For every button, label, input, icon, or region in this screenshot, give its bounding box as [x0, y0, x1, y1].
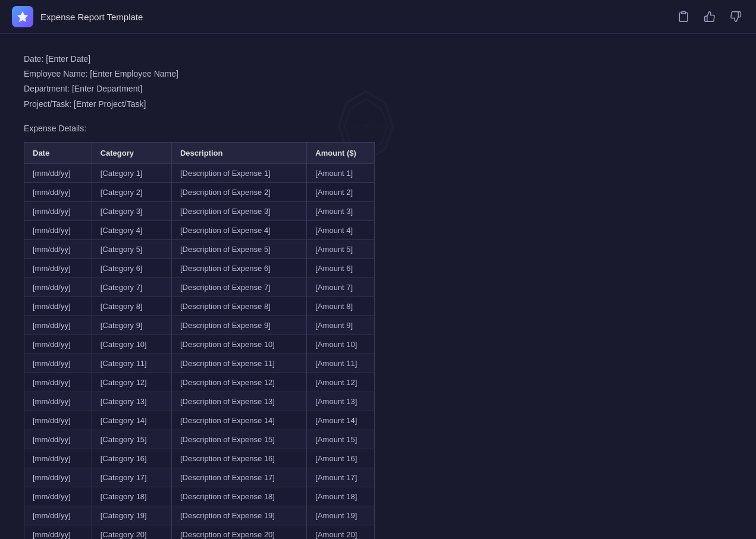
cell-description: [Description of Expense 13] — [171, 392, 306, 411]
cell-category: [Category 5] — [92, 239, 171, 259]
cell-date: [mm/dd/yy] — [24, 468, 92, 487]
table-header-row: Date Category Description Amount ($) — [24, 142, 375, 163]
cell-date: [mm/dd/yy] — [24, 259, 92, 278]
cell-category: [Category 8] — [92, 297, 171, 316]
cell-description: [Description of Expense 19] — [171, 506, 306, 525]
cell-amount: [Amount 19] — [307, 506, 375, 525]
cell-description: [Description of Expense 14] — [171, 411, 306, 430]
col-header-description: Description — [171, 142, 306, 163]
project-line: Project/Task: [Enter Project/Task] — [24, 97, 571, 112]
cell-amount: [Amount 6] — [307, 259, 375, 278]
cell-description: [Description of Expense 6] — [171, 259, 306, 278]
meta-info: Date: [Enter Date] Employee Name: [Enter… — [24, 52, 571, 112]
employee-line: Employee Name: [Enter Employee Name] — [24, 67, 571, 81]
cell-category: [Category 17] — [92, 468, 171, 487]
cell-description: [Description of Expense 15] — [171, 430, 306, 449]
cell-category: [Category 10] — [92, 335, 171, 354]
cell-date: [mm/dd/yy] — [24, 506, 92, 525]
cell-amount: [Amount 9] — [307, 316, 375, 335]
cell-date: [mm/dd/yy] — [24, 354, 92, 373]
cell-description: [Description of Expense 12] — [171, 373, 306, 392]
table-row: [mm/dd/yy][Category 8][Description of Ex… — [24, 297, 375, 316]
table-row: [mm/dd/yy][Category 3][Description of Ex… — [24, 201, 375, 220]
cell-description: [Description of Expense 18] — [171, 487, 306, 506]
cell-date: [mm/dd/yy] — [24, 316, 92, 335]
cell-date: [mm/dd/yy] — [24, 392, 92, 411]
col-header-category: Category — [92, 142, 171, 163]
cell-category: [Category 16] — [92, 449, 171, 468]
cell-amount: [Amount 15] — [307, 430, 375, 449]
cell-amount: [Amount 14] — [307, 411, 375, 430]
cell-date: [mm/dd/yy] — [24, 278, 92, 297]
cell-category: [Category 11] — [92, 354, 171, 373]
table-row: [mm/dd/yy][Category 20][Description of E… — [24, 525, 375, 539]
cell-date: [mm/dd/yy] — [24, 239, 92, 259]
cell-category: [Category 12] — [92, 373, 171, 392]
cell-amount: [Amount 18] — [307, 487, 375, 506]
table-row: [mm/dd/yy][Category 12][Description of E… — [24, 373, 375, 392]
cell-amount: [Amount 4] — [307, 220, 375, 239]
table-row: [mm/dd/yy][Category 13][Description of E… — [24, 392, 375, 411]
cell-category: [Category 13] — [92, 392, 171, 411]
cell-description: [Description of Expense 17] — [171, 468, 306, 487]
cell-amount: [Amount 1] — [307, 163, 375, 182]
cell-description: [Description of Expense 9] — [171, 316, 306, 335]
col-header-amount: Amount ($) — [307, 142, 375, 163]
thumbsup-button[interactable] — [701, 8, 718, 25]
cell-description: [Description of Expense 8] — [171, 297, 306, 316]
cell-amount: [Amount 7] — [307, 278, 375, 297]
svg-marker-0 — [17, 11, 28, 22]
table-row: [mm/dd/yy][Category 11][Description of E… — [24, 354, 375, 373]
cell-category: [Category 9] — [92, 316, 171, 335]
cell-amount: [Amount 12] — [307, 373, 375, 392]
app-title: Expense Report Template — [40, 12, 143, 22]
table-wrapper: Date Category Description Amount ($) [mm… — [24, 142, 571, 539]
cell-category: [Category 6] — [92, 259, 171, 278]
cell-description: [Description of Expense 20] — [171, 525, 306, 539]
cell-date: [mm/dd/yy] — [24, 220, 92, 239]
app-logo — [12, 6, 33, 27]
cell-amount: [Amount 11] — [307, 354, 375, 373]
cell-category: [Category 1] — [92, 163, 171, 182]
top-bar-left: Expense Report Template — [12, 6, 143, 27]
cell-category: [Category 20] — [92, 525, 171, 539]
cell-category: [Category 18] — [92, 487, 171, 506]
cell-date: [mm/dd/yy] — [24, 297, 92, 316]
cell-date: [mm/dd/yy] — [24, 525, 92, 539]
cell-category: [Category 4] — [92, 220, 171, 239]
cell-amount: [Amount 3] — [307, 201, 375, 220]
table-row: [mm/dd/yy][Category 4][Description of Ex… — [24, 220, 375, 239]
cell-description: [Description of Expense 7] — [171, 278, 306, 297]
top-bar: Expense Report Template — [0, 0, 756, 34]
cell-date: [mm/dd/yy] — [24, 335, 92, 354]
svg-rect-1 — [682, 12, 686, 14]
col-header-date: Date — [24, 142, 92, 163]
cell-date: [mm/dd/yy] — [24, 449, 92, 468]
expense-table: Date Category Description Amount ($) [mm… — [24, 142, 375, 539]
table-row: [mm/dd/yy][Category 18][Description of E… — [24, 487, 375, 506]
cell-date: [mm/dd/yy] — [24, 163, 92, 182]
cell-description: [Description of Expense 10] — [171, 335, 306, 354]
cell-description: [Description of Expense 2] — [171, 182, 306, 201]
cell-amount: [Amount 8] — [307, 297, 375, 316]
date-line: Date: [Enter Date] — [24, 52, 571, 67]
thumbsdown-button[interactable] — [727, 8, 744, 25]
table-row: [mm/dd/yy][Category 9][Description of Ex… — [24, 316, 375, 335]
cell-description: [Description of Expense 5] — [171, 239, 306, 259]
table-row: [mm/dd/yy][Category 14][Description of E… — [24, 411, 375, 430]
table-row: [mm/dd/yy][Category 7][Description of Ex… — [24, 278, 375, 297]
table-row: [mm/dd/yy][Category 17][Description of E… — [24, 468, 375, 487]
table-row: [mm/dd/yy][Category 1][Description of Ex… — [24, 163, 375, 182]
cell-category: [Category 15] — [92, 430, 171, 449]
table-row: [mm/dd/yy][Category 6][Description of Ex… — [24, 259, 375, 278]
cell-amount: [Amount 20] — [307, 525, 375, 539]
top-bar-right — [675, 8, 744, 25]
expense-details-title: Expense Details: — [24, 124, 571, 133]
cell-amount: [Amount 2] — [307, 182, 375, 201]
cell-amount: [Amount 13] — [307, 392, 375, 411]
cell-category: [Category 19] — [92, 506, 171, 525]
cell-amount: [Amount 17] — [307, 468, 375, 487]
cell-category: [Category 14] — [92, 411, 171, 430]
clipboard-button[interactable] — [675, 8, 692, 25]
table-row: [mm/dd/yy][Category 2][Description of Ex… — [24, 182, 375, 201]
